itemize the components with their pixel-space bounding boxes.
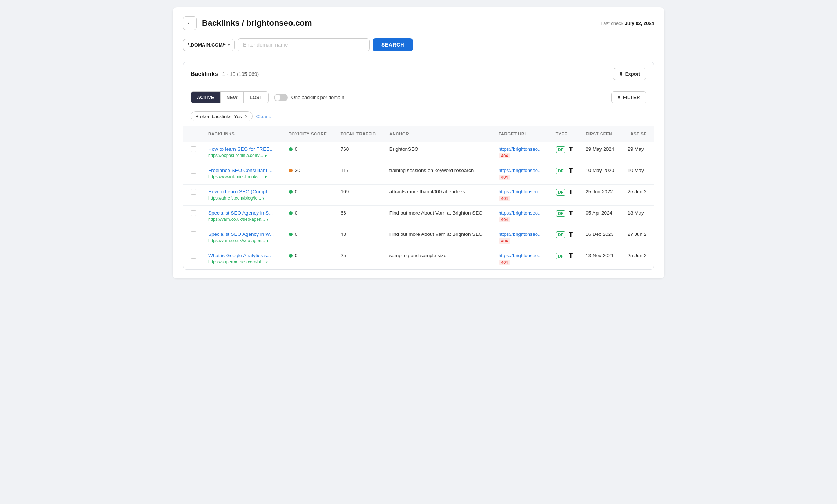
row-checkbox-cell [183,185,202,206]
row-first-seen-cell: 13 Nov 2021 [580,248,622,270]
search-button[interactable]: SEARCH [373,38,413,51]
row-traffic-cell: 25 [335,248,384,270]
type-cell: DF T [556,210,574,217]
type-t-badge: T [569,210,573,217]
type-t-badge: T [569,146,573,153]
type-df-badge: DF [556,168,566,174]
section-count: 1 - 10 (105 069) [222,71,259,77]
last-seen-date: 25 Jun 2 [628,189,647,194]
main-container: ← Backlinks / brightonseo.com Last check… [173,7,664,278]
toggle-backlink-per-domain[interactable] [274,94,288,101]
row-checkbox[interactable] [191,189,196,195]
first-seen-date: 13 Nov 2021 [586,253,614,258]
table-row: How to learn SEO for FREE... https://exp… [183,142,654,163]
type-t-badge: T [569,168,573,174]
toxicity-dot [289,233,293,236]
target-url-link[interactable]: https://brightonseo... [499,189,544,194]
target-url-link[interactable]: https://brightonseo... [499,168,544,173]
badge-404: 404 [499,260,510,265]
row-first-seen-cell: 16 Dec 2023 [580,227,622,248]
backlink-url-row: https://www.daniel-brooks.... ▾ [208,174,277,179]
url-dropdown-icon[interactable]: ▾ [267,218,268,222]
type-df-badge: DF [556,231,566,238]
backlink-title[interactable]: What is Google Analytics s... [208,253,277,258]
row-target-url-cell: https://brightonseo... 404 [493,227,550,248]
backlinks-table: BACKLINKS TOXICITY SCORE TOTAL TRAFFIC A… [183,126,654,269]
anchor-text: training sessions on keyword research [389,168,474,173]
row-checkbox-cell [183,227,202,248]
table-row: Specialist SEO Agency in W... https://va… [183,227,654,248]
backlink-url: https://supermetrics.com/bl... [208,259,264,264]
backlink-title[interactable]: Freelance SEO Consultant |... [208,168,277,173]
toxicity-dot [289,190,293,194]
target-url-link[interactable]: https://brightonseo... [499,231,544,237]
toxicity-dot [289,147,293,151]
toxicity-dot [289,169,293,172]
toxicity-cell: 30 [289,168,329,173]
url-dropdown-icon[interactable]: ▾ [265,175,267,179]
traffic-value: 25 [341,253,346,258]
row-traffic-cell: 760 [335,142,384,163]
type-cell: DF T [556,146,574,153]
filter-tag-broken: Broken backlinks: Yes × [191,111,253,121]
url-dropdown-icon[interactable]: ▾ [262,196,264,200]
row-checkbox[interactable] [191,146,196,152]
table-row: What is Google Analytics s... https://su… [183,248,654,270]
row-first-seen-cell: 25 Jun 2022 [580,185,622,206]
badge-404: 404 [499,217,510,222]
type-df-badge: DF [556,189,566,196]
url-dropdown-icon[interactable]: ▾ [265,154,267,158]
row-last-seen-cell: 29 May [622,142,654,163]
backlink-url-row: https://varn.co.uk/seo-agen... ▾ [208,238,277,243]
target-url-link[interactable]: https://brightonseo... [499,210,544,216]
remove-filter-icon[interactable]: × [244,113,247,119]
row-checkbox[interactable] [191,253,196,259]
clear-all-button[interactable]: Clear all [256,114,274,119]
type-df-badge: DF [556,210,566,217]
backlink-url: https://varn.co.uk/seo-agen... [208,217,265,222]
target-url-link[interactable]: https://brightonseo... [499,146,544,152]
toxicity-cell: 0 [289,146,329,152]
tab-lost[interactable]: LOST [244,92,268,103]
row-first-seen-cell: 05 Apr 2024 [580,206,622,227]
select-all-checkbox[interactable] [191,131,196,136]
table-row: How to Learn SEO (Compl... https://ahref… [183,185,654,206]
section-header: Backlinks 1 - 10 (105 069) ⬇ Export [183,62,654,86]
filter-button[interactable]: ≡ FILTER [611,91,646,103]
first-seen-date: 16 Dec 2023 [586,231,614,237]
url-dropdown-icon[interactable]: ▾ [267,239,268,243]
back-button[interactable]: ← [183,16,197,30]
th-anchor: ANCHOR [384,126,493,142]
tab-new[interactable]: NEW [221,92,244,103]
row-toxicity-cell: 0 [283,142,335,163]
row-checkbox[interactable] [191,168,196,174]
target-url-link[interactable]: https://brightonseo... [499,253,544,258]
row-target-url-cell: https://brightonseo... 404 [493,206,550,227]
row-checkbox[interactable] [191,210,196,216]
backlink-url-row: https://ahrefs.com/blog/le... ▾ [208,196,277,201]
backlink-title[interactable]: How to Learn SEO (Compl... [208,189,277,194]
backlink-title[interactable]: Specialist SEO Agency in W... [208,231,277,237]
url-dropdown-icon[interactable]: ▾ [266,260,268,264]
row-anchor-cell: Find out more About Varn at Brighton SEO [384,206,493,227]
domain-select[interactable]: *.DOMAIN.COM/* ▾ [183,39,235,51]
backlink-title[interactable]: Specialist SEO Agency in S... [208,210,277,216]
filter-tag-label: Broken backlinks: Yes [195,114,242,119]
toxicity-value: 0 [295,146,298,152]
search-input[interactable] [238,38,370,51]
toxicity-dot [289,254,293,258]
type-cell: DF T [556,168,574,174]
badge-404: 404 [499,238,510,244]
export-button[interactable]: ⬇ Export [613,68,646,80]
anchor-text: sampling and sample size [389,253,446,258]
row-target-url-cell: https://brightonseo... 404 [493,142,550,163]
tab-active[interactable]: ACTIVE [191,92,221,103]
badge-404: 404 [499,175,510,180]
table-row: Freelance SEO Consultant |... https://ww… [183,163,654,185]
th-backlinks: BACKLINKS [202,126,283,142]
row-checkbox[interactable] [191,231,196,237]
first-seen-date: 25 Jun 2022 [586,189,613,194]
filter-label: FILTER [623,95,640,100]
type-t-badge: T [569,189,573,196]
backlink-title[interactable]: How to learn SEO for FREE... [208,146,277,152]
